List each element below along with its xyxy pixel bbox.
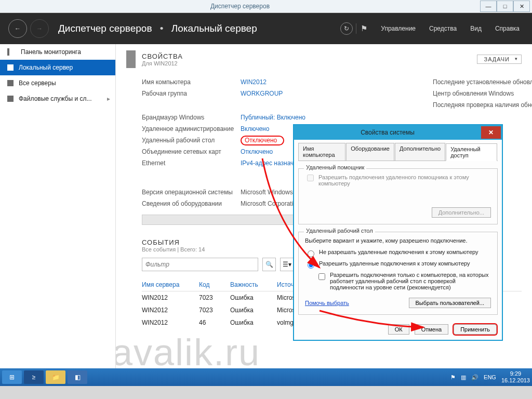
dialog-tabs: Имя компьютера Оборудование Дополнительн…	[298, 143, 498, 161]
server-icon	[7, 64, 14, 71]
remote-desktop-group: Удаленный рабочий стол Выберите вариант …	[298, 232, 498, 315]
sidebar-item-all-servers[interactable]: Все серверы	[0, 75, 115, 91]
select-users-button[interactable]: Выбрать пользователей...	[409, 298, 491, 308]
files-icon	[7, 96, 14, 102]
prop-label: Брандмауэр Windows	[142, 114, 241, 121]
properties-subhead: Для WIN2012	[142, 60, 183, 66]
crumb-separator: •	[160, 23, 164, 34]
tray-network-icon[interactable]: ▥	[461, 374, 466, 381]
crumb-root[interactable]: Диспетчер серверов	[58, 23, 152, 34]
prop-label: Имя компьютера	[142, 78, 241, 86]
tray-lang[interactable]: ENG	[484, 374, 496, 380]
sidebar-item-label: Локальный сервер	[19, 64, 73, 71]
close-button[interactable]: ✕	[513, 1, 530, 12]
sidebar-item-dashboard[interactable]: Панель мониторинга	[0, 44, 115, 60]
prop-link-nic-teaming[interactable]: Отключено	[241, 148, 273, 155]
sidebar-item-label: Все серверы	[19, 79, 56, 87]
rdp-option-deny[interactable]: Не разрешать удаленные подключения к это…	[305, 249, 491, 257]
prop-label: Сведения об оборудовании	[142, 200, 241, 207]
prop-label: Рабочая группа	[142, 90, 241, 97]
maximize-button[interactable]: □	[497, 1, 513, 12]
menu-view[interactable]: Вид	[470, 25, 482, 32]
watermark: tavalik.ru	[116, 331, 260, 368]
events-filter-input[interactable]	[142, 258, 258, 271]
sidebar-item-label: Файловые службы и сл...	[19, 95, 92, 102]
sidebar-item-label: Панель мониторинга	[21, 48, 81, 56]
dialog-footer: ОК Отмена Применить	[298, 321, 498, 335]
prop-right-label: Центр обновления Windows	[433, 90, 514, 97]
prop-link-ethernet[interactable]: IPv4-адрес назначен	[241, 159, 301, 167]
ribbon: ← → Диспетчер серверов • Локальный серве…	[0, 13, 532, 44]
prop-link-computer-name[interactable]: WIN2012	[241, 78, 267, 86]
dashboard-icon	[7, 48, 16, 56]
system-properties-dialog: Свойства системы ✕ Имя компьютера Оборуд…	[294, 125, 502, 340]
apply-button[interactable]: Применить	[454, 324, 497, 335]
dialog-titlebar[interactable]: Свойства системы ✕	[294, 125, 502, 140]
properties-heading: СВОЙСТВА	[142, 52, 183, 60]
tab-computer-name[interactable]: Имя компьютера	[298, 143, 345, 161]
search-icon[interactable]: 🔍	[262, 258, 276, 271]
remote-assistance-checkbox[interactable]: Разрешить подключения удаленного помощни…	[305, 174, 491, 187]
col-server[interactable]: Имя сервера	[142, 281, 199, 288]
taskbar-powershell-icon[interactable]: ≥	[24, 370, 44, 384]
prop-label: Ethernet	[142, 159, 241, 167]
sidebar-item-file-services[interactable]: Файловые службы и сл... ▸	[0, 91, 115, 107]
tray-clock[interactable]: 9:29 16.12.2013	[501, 370, 530, 384]
ok-button[interactable]: ОК	[388, 324, 409, 335]
taskbar-app-icon[interactable]: ◧	[68, 370, 87, 384]
prop-label: Удаленное администрирование	[142, 125, 241, 132]
back-button[interactable]: ←	[8, 19, 27, 38]
remote-assistance-group: Удаленный помощник Разрешить подключения…	[298, 168, 498, 224]
prop-right-label: Последние установленные обновления	[433, 78, 532, 86]
chevron-right-icon: ▸	[107, 95, 110, 102]
advanced-button[interactable]: Дополнительно...	[432, 207, 491, 218]
taskbar-explorer-icon[interactable]: 📁	[46, 370, 65, 384]
rdp-nla-checkbox[interactable]: Разрешить подключения только с компьютер…	[316, 272, 491, 290]
forward-button[interactable]: →	[30, 19, 49, 38]
radio-input[interactable]	[308, 250, 314, 257]
prop-link-firewall[interactable]: Публичный: Включено	[241, 114, 305, 121]
prop-link-workgroup[interactable]: WORKGROUP	[241, 90, 283, 97]
servers-icon	[7, 80, 14, 86]
col-severity[interactable]: Важность	[230, 281, 277, 288]
taskbar-server-manager-icon[interactable]: ⊞	[2, 370, 22, 384]
group-legend: Удаленный рабочий стол	[304, 228, 375, 234]
menu-help[interactable]: Справка	[495, 25, 520, 32]
checkbox-input[interactable]	[318, 273, 325, 280]
checkbox-input[interactable]	[307, 175, 314, 181]
minimize-button[interactable]: —	[480, 1, 497, 12]
rdp-option-allow[interactable]: Разрешить удаленные подключения к этому …	[305, 260, 491, 269]
tray-sound-icon[interactable]: 🔊	[471, 374, 478, 381]
sidebar: Панель мониторинга Локальный сервер Все …	[0, 44, 116, 368]
tab-remote[interactable]: Удаленный доступ	[446, 143, 497, 161]
dialog-close-button[interactable]: ✕	[481, 126, 501, 139]
help-choose-link[interactable]: Помочь выбрать	[305, 300, 349, 306]
tab-advanced[interactable]: Дополнительно	[395, 143, 445, 161]
tasks-dropdown[interactable]: ЗАДАЧИ	[477, 55, 522, 64]
tab-hardware[interactable]: Оборудование	[346, 143, 394, 161]
prop-link-remote-desktop[interactable]: Отключено	[241, 137, 284, 144]
tray-flag-icon[interactable]: ⚑	[450, 374, 456, 381]
breadcrumb: Диспетчер серверов • Локальный сервер	[58, 23, 257, 34]
prop-link-remote-mgmt[interactable]: Включено	[241, 125, 269, 132]
window-titlebar: Диспетчер серверов — □ ✕	[0, 0, 532, 13]
sidebar-item-local-server[interactable]: Локальный сервер	[0, 60, 115, 75]
group-legend: Удаленный помощник	[304, 164, 366, 170]
filter-dropdown[interactable]: ☰▾	[280, 258, 294, 271]
flag-icon[interactable]: ⚑	[361, 24, 367, 33]
dialog-title: Свойства системы	[294, 129, 481, 136]
taskbar[interactable]: ⊞ ≥ 📁 ◧ ⚑ ▥ 🔊 ENG 9:29 16.12.2013	[0, 368, 532, 386]
col-code[interactable]: Код	[199, 281, 230, 288]
section-icon	[126, 50, 136, 68]
crumb-page: Локальный сервер	[171, 23, 257, 34]
refresh-icon[interactable]: ↻	[340, 22, 353, 35]
cancel-button[interactable]: Отмена	[415, 324, 448, 335]
menu-manage[interactable]: Управление	[381, 25, 416, 32]
prop-label: Объединение сетевых карт	[142, 148, 241, 155]
prop-right-label: Последняя проверка наличия обновлений	[433, 101, 532, 109]
radio-input[interactable]	[308, 262, 314, 269]
prop-label: Удаленный рабочий стол	[142, 137, 241, 144]
window-title: Диспетчер серверов	[0, 3, 480, 10]
prop-os-version: Microsoft Windows S	[241, 189, 299, 196]
menu-tools[interactable]: Средства	[429, 25, 457, 32]
